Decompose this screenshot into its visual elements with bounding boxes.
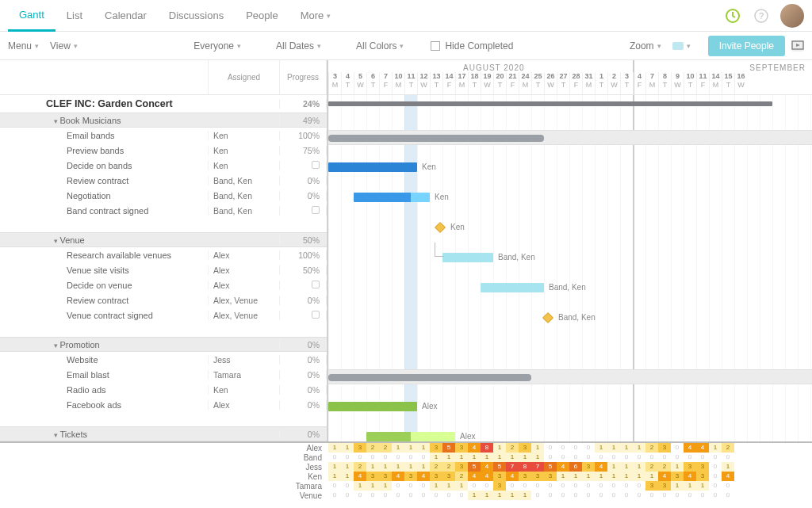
workload-cell[interactable]: 1 xyxy=(417,462,430,472)
workload-cell[interactable]: 3 xyxy=(671,472,684,481)
workload-cell[interactable]: 0 xyxy=(696,491,709,500)
workload-cell[interactable]: 4 xyxy=(481,472,493,481)
workload-cell[interactable]: 0 xyxy=(671,491,684,500)
workload-cell[interactable]: 4 xyxy=(684,443,696,453)
workload-cell[interactable]: 0 xyxy=(544,453,557,462)
workload-cell[interactable]: 4 xyxy=(417,472,430,481)
workload-cell[interactable]: 3 xyxy=(354,443,366,453)
workload-cell[interactable]: 1 xyxy=(442,453,455,462)
nav-tab-gantt[interactable]: Gantt xyxy=(8,0,56,32)
workload-cell[interactable]: 1 xyxy=(417,443,430,453)
workload-cell[interactable]: 0 xyxy=(569,481,582,491)
workload-cell[interactable]: 0 xyxy=(582,481,595,491)
workload-cell[interactable]: 0 xyxy=(544,491,557,500)
workload-cell[interactable]: 1 xyxy=(519,453,531,462)
workload-cell[interactable]: 0 xyxy=(722,453,734,462)
workload-cell[interactable]: 0 xyxy=(569,453,582,462)
workload-cell[interactable]: 0 xyxy=(645,453,658,462)
workload-cell[interactable]: 8 xyxy=(519,462,531,472)
workload-cell[interactable]: 0 xyxy=(557,443,569,453)
workload-cell[interactable]: 2 xyxy=(354,462,366,472)
workload-cell[interactable]: 1 xyxy=(354,481,366,491)
workload-cell[interactable]: 1 xyxy=(607,472,620,481)
gantt-row[interactable] xyxy=(328,369,812,384)
workload-cell[interactable]: 7 xyxy=(506,462,519,472)
workload-cell[interactable]: 0 xyxy=(620,453,633,462)
workload-cell[interactable]: 2 xyxy=(455,472,468,481)
workload-cell[interactable]: 0 xyxy=(569,491,582,500)
workload-cell[interactable]: 0 xyxy=(607,491,620,500)
workload-cell[interactable]: 4 xyxy=(696,443,709,453)
task-bar[interactable] xyxy=(328,402,417,411)
view-dropdown[interactable]: View▾ xyxy=(50,40,78,52)
workload-cell[interactable]: 1 xyxy=(569,472,582,481)
workload-cell[interactable]: 1 xyxy=(519,491,531,500)
gantt-row[interactable]: Band, Ken xyxy=(328,250,812,265)
workload-cell[interactable]: 0 xyxy=(392,481,404,491)
workload-cell[interactable]: 3 xyxy=(493,472,506,481)
workload-cell[interactable]: 2 xyxy=(645,462,658,472)
gantt-row[interactable]: Alex xyxy=(328,430,812,441)
workload-cell[interactable]: 1 xyxy=(493,491,506,500)
workload-cell[interactable]: 1 xyxy=(430,481,442,491)
workload-cell[interactable]: 4 xyxy=(658,472,671,481)
project-bar[interactable] xyxy=(328,101,772,106)
workload-cell[interactable]: 1 xyxy=(468,491,481,500)
gantt-row[interactable]: Ken xyxy=(328,160,812,175)
workload-cell[interactable]: 1 xyxy=(430,453,442,462)
filter-dates[interactable]: All Dates▾ xyxy=(276,40,321,52)
workload-person[interactable]: Tamara xyxy=(0,482,328,491)
gantt-row[interactable]: Band, Ken xyxy=(328,281,812,296)
workload-cell[interactable]: 4 xyxy=(481,462,493,472)
workload-cell[interactable]: 3 xyxy=(658,443,671,453)
task-row[interactable]: Review contractBand, Ken0% xyxy=(0,173,327,188)
col-header-progress[interactable]: Progress xyxy=(279,60,327,94)
workload-cell[interactable]: 0 xyxy=(645,491,658,500)
workload-cell[interactable]: 0 xyxy=(557,491,569,500)
workload-cell[interactable]: 0 xyxy=(620,491,633,500)
workload-cell[interactable]: 0 xyxy=(684,453,696,462)
workload-cell[interactable]: 0 xyxy=(557,453,569,462)
project-row[interactable]: CLEF INC: Garden Concert24% xyxy=(0,95,327,113)
workload-cell[interactable]: 1 xyxy=(328,472,341,481)
workload-cell[interactable]: 5 xyxy=(442,443,455,453)
workload-cell[interactable]: 3 xyxy=(696,462,709,472)
workload-cell[interactable]: 0 xyxy=(557,481,569,491)
workload-cell[interactable]: 2 xyxy=(658,462,671,472)
workload-cell[interactable]: 1 xyxy=(366,481,379,491)
task-bar[interactable] xyxy=(481,283,544,292)
workload-cell[interactable]: 0 xyxy=(379,491,392,500)
workload-cell[interactable]: 0 xyxy=(354,453,366,462)
workload-cell[interactable]: 4 xyxy=(722,472,734,481)
workload-cell[interactable]: 3 xyxy=(493,481,506,491)
workload-cell[interactable]: 4 xyxy=(468,472,481,481)
workload-cell[interactable]: 0 xyxy=(404,481,417,491)
workload-person[interactable]: Alex xyxy=(0,444,328,453)
workload-cell[interactable]: 0 xyxy=(404,453,417,462)
col-header-assigned[interactable]: Assigned xyxy=(208,60,279,94)
workload-cell[interactable]: 3 xyxy=(544,472,557,481)
workload-cell[interactable]: 1 xyxy=(620,472,633,481)
workload-cell[interactable]: 0 xyxy=(519,481,531,491)
group-row[interactable]: Venue50% xyxy=(0,232,327,247)
workload-cell[interactable]: 3 xyxy=(366,472,379,481)
group-row[interactable]: Tickets0% xyxy=(0,426,327,441)
workload-cell[interactable]: 0 xyxy=(620,481,633,491)
workload-cell[interactable]: 0 xyxy=(633,491,645,500)
workload-cell[interactable]: 1 xyxy=(379,462,392,472)
workload-cell[interactable]: 0 xyxy=(595,453,607,462)
workload-cell[interactable]: 0 xyxy=(671,443,684,453)
workload-cell[interactable]: 1 xyxy=(366,462,379,472)
task-row[interactable]: Band contract signedBand, Ken xyxy=(0,203,327,218)
workload-cell[interactable]: 3 xyxy=(455,462,468,472)
workload-cell[interactable]: 0 xyxy=(544,481,557,491)
nav-tab-people[interactable]: People xyxy=(235,0,289,32)
task-row[interactable]: Decide on bandsKen xyxy=(0,158,327,173)
workload-cell[interactable]: 0 xyxy=(709,472,722,481)
task-row[interactable]: Radio adsKen0% xyxy=(0,382,327,397)
task-row[interactable]: Facebook adsAlex0% xyxy=(0,397,327,412)
group-row[interactable]: Promotion0% xyxy=(0,337,327,352)
task-row[interactable]: Venue site visitsAlex50% xyxy=(0,262,327,277)
task-row[interactable]: Review contractAlex, Venue0% xyxy=(0,292,327,307)
workload-cell[interactable]: 0 xyxy=(671,453,684,462)
